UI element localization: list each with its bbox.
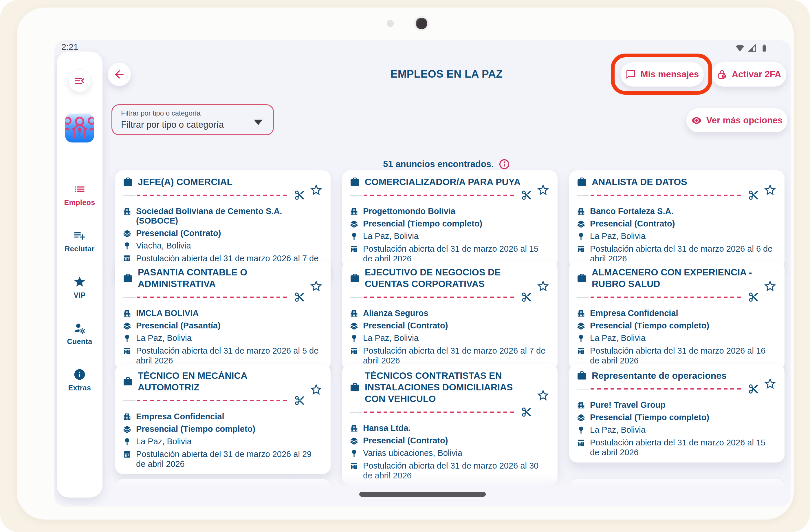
company-name: Empresa Confidencial: [136, 412, 224, 421]
dashed-divider: [350, 412, 516, 413]
info-outline-icon[interactable]: [499, 158, 510, 170]
filter-label: Filtrar por tipo o categoría: [121, 109, 264, 117]
card-row: PASANTIA CONTABLE O ADMINISTRATIVA IMCLA…: [115, 261, 784, 371]
work-mode: Presencial (Tiempo completo): [136, 424, 255, 434]
job-location: La Paz, Bolivia: [363, 333, 419, 343]
layers-icon: [577, 413, 585, 422]
job-location: La Paz, Bolivia: [136, 437, 192, 446]
job-title: TÉCNICO EN MECÁNICA AUTOMOTRIZ: [138, 370, 305, 393]
job-location: Viacha, Bolivia: [136, 241, 191, 251]
location-pin-icon: [577, 334, 585, 343]
layers-icon: [350, 321, 358, 330]
my-messages-button[interactable]: Mis mensajes: [621, 62, 704, 86]
favorite-star-button[interactable]: [763, 183, 777, 197]
favorite-star-button[interactable]: [536, 183, 550, 197]
scissors-icon: [294, 190, 305, 201]
back-button[interactable]: [108, 63, 131, 86]
favorite-star-button[interactable]: [763, 377, 777, 391]
calendar-icon: [577, 244, 585, 253]
building-icon: [350, 309, 358, 318]
work-mode: Presencial (Contrato): [590, 219, 675, 228]
dashed-divider: [577, 296, 743, 298]
job-card[interactable]: TÉCNICOS CONTRATISTAS EN INSTALACIONES D…: [342, 364, 557, 486]
location-pin-icon: [577, 426, 585, 434]
job-card[interactable]: EJECUTIVO DE NEGOCIOS DE CUENTAS CORPORA…: [342, 261, 557, 371]
device-mockup: 2:21: [0, 0, 810, 532]
building-icon: [577, 207, 585, 216]
home-indicator[interactable]: [359, 492, 486, 497]
favorite-star-button[interactable]: [309, 183, 323, 197]
sidebar-item-cuenta[interactable]: Cuenta: [57, 310, 102, 357]
sidebar-item-label: Reclutar: [65, 245, 94, 253]
briefcase-icon: [123, 376, 133, 387]
favorite-star-button[interactable]: [309, 383, 323, 397]
work-mode: Presencial (Contrato): [363, 321, 448, 331]
sidebar-item-label: Empleos: [64, 198, 95, 207]
job-card[interactable]: ANALISTA DE DATOS Banco Fortaleza S.A. P…: [569, 170, 784, 269]
sidebar-item-empleos[interactable]: Empleos: [57, 172, 102, 218]
favorite-star-button[interactable]: [536, 388, 550, 402]
scissors-icon: [294, 292, 305, 303]
building-icon: [350, 207, 358, 216]
cellular-signal-icon: [748, 44, 757, 52]
card-row: TÉCNICO EN MECÁNICA AUTOMOTRIZ Empresa C…: [115, 364, 784, 486]
job-title: JEFE(A) COMERCIAL: [138, 176, 232, 188]
building-icon: [577, 309, 585, 318]
sidebar-item-vip[interactable]: VIP: [57, 264, 102, 310]
sidebar-item-reclutar[interactable]: Reclutar: [57, 218, 102, 264]
dashed-divider: [123, 195, 290, 196]
dashed-divider: [350, 296, 516, 298]
job-card[interactable]: TÉCNICO EN MECÁNICA AUTOMOTRIZ Empresa C…: [115, 364, 330, 474]
results-count-row: 51 anuncios encontrados.: [102, 158, 791, 170]
job-title: ANALISTA DE DATOS: [592, 176, 687, 188]
bottom-bar: [54, 487, 791, 506]
more-options-button[interactable]: Ver más opciones: [686, 108, 788, 132]
filter-value: Filtrar por tipo o categoría: [121, 119, 264, 130]
list-icon: [73, 183, 86, 195]
favorite-star-button[interactable]: [536, 279, 550, 293]
sidebar-item-label: Cuenta: [67, 337, 92, 346]
layers-icon: [577, 321, 585, 330]
dashed-divider: [123, 400, 290, 401]
company-name: Alianza Seguros: [363, 308, 428, 318]
calendar-icon: [123, 450, 131, 458]
job-card[interactable]: PASANTIA CONTABLE O ADMINISTRATIVA IMCLA…: [115, 261, 330, 371]
light-sensor: [387, 20, 394, 27]
building-icon: [123, 207, 131, 216]
job-title: ALMACENERO CON EXPERIENCIA - RUBRO SALUD: [592, 267, 759, 290]
sidebar-item-extras[interactable]: Extras: [57, 357, 102, 403]
chevron-down-icon: [254, 119, 263, 125]
company-name: IMCLA BOLIVIA: [136, 308, 199, 318]
wifi-icon: [735, 44, 744, 52]
battery-icon: [760, 44, 768, 52]
briefcase-icon: [577, 273, 587, 283]
tablet-frame: 2:21: [17, 7, 794, 519]
favorite-star-button[interactable]: [763, 279, 777, 293]
star-icon: [73, 275, 86, 288]
category-filter-select[interactable]: Filtrar por tipo o categoría Filtrar por…: [111, 104, 274, 135]
company-name: Progettomondo Bolivia: [363, 207, 455, 216]
job-card[interactable]: COMERCIALIZADOR/A PARA PUYA Progettomond…: [342, 170, 557, 269]
results-count-text: 51 anuncios encontrados.: [383, 159, 493, 170]
scissors-icon: [748, 384, 759, 394]
location-pin-icon: [123, 437, 131, 446]
favorite-star-button[interactable]: [309, 279, 323, 293]
status-time: 2:21: [61, 42, 78, 52]
job-card[interactable]: ALMACENERO CON EXPERIENCIA - RUBRO SALUD…: [569, 261, 784, 371]
calendar-icon: [350, 346, 358, 355]
job-card[interactable]: Representante de operaciones Pure! Trave…: [569, 364, 784, 463]
chat-bubble-icon: [626, 69, 636, 80]
briefcase-icon: [350, 273, 360, 283]
job-title: COMERCIALIZADOR/A PARA PUYA: [365, 176, 520, 188]
activate-2fa-button[interactable]: Activar 2FA: [712, 62, 786, 86]
status-icons: [735, 44, 768, 52]
briefcase-icon: [350, 177, 360, 187]
app-screen: 2:21: [54, 40, 791, 506]
dashed-divider: [577, 195, 743, 196]
front-camera: [414, 16, 429, 31]
layers-icon: [123, 425, 131, 434]
company-name: Sociedad Boliviana de Cemento S.A. (SOBO…: [136, 207, 323, 226]
location-pin-icon: [123, 242, 131, 250]
menu-toggle-button[interactable]: [68, 69, 91, 92]
sidebar-item-label: Extras: [68, 384, 91, 392]
